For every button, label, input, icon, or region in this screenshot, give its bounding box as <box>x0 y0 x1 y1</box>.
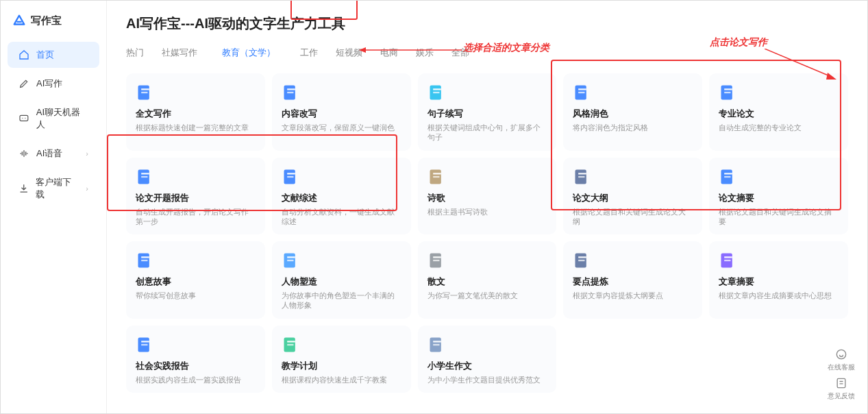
floating-actions: 在线客服 意见反馈 <box>828 348 855 401</box>
svg-rect-5 <box>141 92 147 93</box>
tab-hot[interactable]: 热门 <box>126 42 144 63</box>
card-icon <box>719 167 738 186</box>
template-card[interactable]: 教学计划根据课程内容快速生成千字教案 <box>272 326 411 393</box>
card-desc: 帮你续写创意故事 <box>136 291 256 300</box>
logo-icon <box>12 13 27 28</box>
svg-rect-52 <box>287 341 295 342</box>
svg-rect-16 <box>724 88 732 90</box>
svg-rect-47 <box>724 260 730 261</box>
card-icon <box>427 83 447 102</box>
svg-rect-44 <box>579 260 585 261</box>
card-title: 文献综述 <box>282 192 401 204</box>
svg-rect-26 <box>433 175 439 177</box>
card-icon <box>282 83 301 102</box>
svg-rect-23 <box>287 175 293 177</box>
card-title: 小学生作文 <box>427 360 547 372</box>
float-label: 意见反馈 <box>828 391 855 401</box>
template-card[interactable]: 全文写作根据标题快速创建一篇完整的文章 <box>126 73 265 151</box>
chevron-right-icon: › <box>86 184 88 193</box>
sidebar-item-download[interactable]: 客户端下载 › <box>8 169 99 208</box>
tab-all[interactable]: 全部 <box>451 42 469 63</box>
template-card[interactable]: 论文开题报告自动生成开题报告，开启论文写作第一步 <box>126 158 265 235</box>
card-icon <box>719 83 738 102</box>
svg-rect-19 <box>141 173 149 174</box>
card-title: 论文大纲 <box>573 192 693 204</box>
card-desc: 自动生成开题报告，开启论文写作第一步 <box>136 207 256 227</box>
svg-rect-13 <box>579 88 587 90</box>
sidebar-item-ai-chat[interactable]: AI聊天机器人 <box>8 99 99 138</box>
card-title: 诗歌 <box>427 192 547 204</box>
chevron-right-icon: › <box>86 149 88 158</box>
svg-rect-32 <box>724 175 730 177</box>
svg-rect-28 <box>579 173 587 174</box>
card-icon <box>427 335 447 354</box>
tab-education[interactable]: 教育（文学） <box>215 42 282 63</box>
svg-point-2 <box>25 118 25 119</box>
template-grid: 全文写作根据标题快速创建一篇完整的文章内容改写文章段落改写，保留原义一键润色句子… <box>126 73 848 393</box>
card-desc: 根据论文题目和关键词生成论文摘要 <box>719 207 839 227</box>
svg-rect-40 <box>433 256 441 258</box>
card-desc: 为你写一篇文笔优美的散文 <box>427 291 547 300</box>
template-card[interactable]: 专业论文自动生成完整的专业论文 <box>709 73 848 151</box>
svg-point-1 <box>22 118 23 119</box>
template-card[interactable]: 风格润色将内容润色为指定风格 <box>563 73 702 151</box>
sidebar-item-ai-voice[interactable]: AI语音 › <box>8 141 99 167</box>
tab-shortvideo[interactable]: 短视频 <box>336 42 362 63</box>
tab-entertainment[interactable]: 娱乐 <box>416 42 434 63</box>
card-title: 创意故事 <box>136 276 256 288</box>
svg-rect-38 <box>287 260 293 261</box>
card-icon <box>427 167 447 186</box>
logo-text: 写作宝 <box>31 14 62 27</box>
sidebar: 写作宝 首页 AI写作 AI聊天机器人 AI语音 › 客户端下载 › <box>1 1 107 413</box>
template-card[interactable]: 要点提炼根据文章内容提炼大纲要点 <box>563 241 702 319</box>
tab-social[interactable]: 社媒写作 <box>162 42 197 63</box>
tab-ecommerce[interactable]: 电商 <box>380 42 398 63</box>
sidebar-item-home[interactable]: 首页 <box>8 42 99 68</box>
svg-rect-49 <box>141 341 149 342</box>
chat-icon <box>18 113 29 124</box>
tab-work[interactable]: 工作 <box>300 42 318 63</box>
card-title: 内容改写 <box>282 108 401 120</box>
logo: 写作宝 <box>1 8 106 39</box>
template-card[interactable]: 文章摘要根据文章内容生成摘要或中心思想 <box>709 241 848 319</box>
template-card[interactable]: 句子续写根据关键词组成中心句，扩展多个句子 <box>418 73 557 151</box>
template-card[interactable]: 社会实践报告根据实践内容生成一篇实践报告 <box>126 326 265 393</box>
pencil-icon <box>18 78 29 89</box>
svg-rect-20 <box>141 175 147 177</box>
card-icon <box>282 251 301 270</box>
template-card[interactable]: 文献综述自动分析文献资料，一键生成文献综述 <box>272 158 411 235</box>
template-card[interactable]: 论文大纲根据论文题目和关键词生成论文大纲 <box>563 158 702 235</box>
card-icon <box>719 251 738 270</box>
template-card[interactable]: 创意故事帮你续写创意故事 <box>126 241 265 319</box>
card-desc: 为你故事中的角色塑造一个丰满的人物形象 <box>282 291 401 310</box>
sidebar-item-label: AI写作 <box>36 77 62 90</box>
card-desc: 自动生成完整的专业论文 <box>719 123 839 132</box>
svg-rect-62 <box>837 378 845 387</box>
svg-rect-50 <box>141 344 147 345</box>
sidebar-item-label: AI语音 <box>36 147 62 160</box>
sidebar-item-ai-write[interactable]: AI写作 <box>8 71 99 97</box>
card-desc: 根据实践内容生成一篇实践报告 <box>136 375 256 385</box>
card-desc: 自动分析文献资料，一键生成文献综述 <box>282 207 401 227</box>
card-title: 专业论文 <box>719 108 839 120</box>
card-icon <box>573 83 592 102</box>
card-title: 教学计划 <box>282 360 401 372</box>
sidebar-item-label: 客户端下载 <box>36 176 79 201</box>
card-title: 风格润色 <box>573 108 693 120</box>
card-desc: 根据课程内容快速生成千字教案 <box>282 375 401 385</box>
svg-rect-0 <box>20 115 28 121</box>
template-card[interactable]: 诗歌根据主题书写诗歌 <box>418 158 557 235</box>
svg-point-61 <box>836 350 845 358</box>
template-card[interactable]: 散文为你写一篇文笔优美的散文 <box>418 241 557 319</box>
svg-rect-41 <box>433 260 439 261</box>
template-card[interactable]: 人物塑造为你故事中的角色塑造一个丰满的人物形象 <box>272 241 411 319</box>
online-support-button[interactable]: 在线客服 <box>828 348 855 372</box>
template-card[interactable]: 内容改写文章段落改写，保留原义一键润色 <box>272 73 411 151</box>
feedback-button[interactable]: 意见反馈 <box>828 376 855 401</box>
template-card[interactable]: 论文摘要根据论文题目和关键词生成论文摘要 <box>709 158 848 235</box>
svg-rect-46 <box>724 256 732 258</box>
template-card[interactable]: 小学生作文为中小学生作文题目提供优秀范文 <box>418 326 557 393</box>
card-desc: 根据文章内容提炼大纲要点 <box>573 291 693 300</box>
svg-rect-8 <box>287 92 293 93</box>
svg-rect-29 <box>579 175 585 177</box>
